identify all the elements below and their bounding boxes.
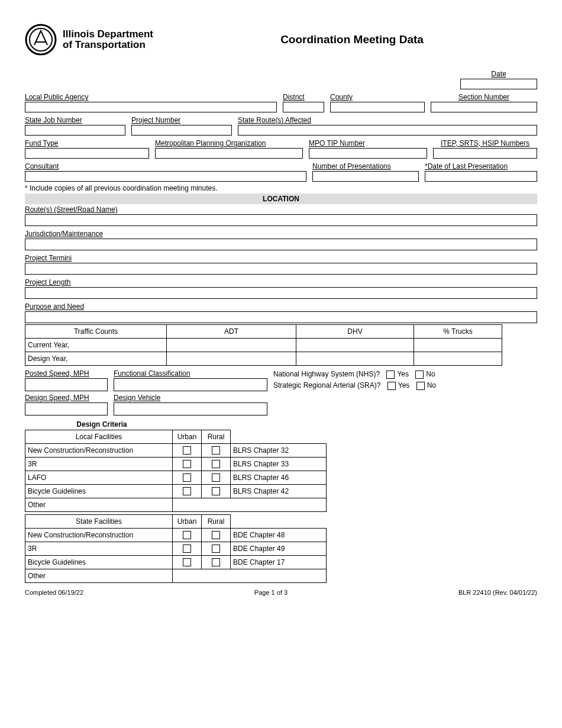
current-trucks-input[interactable]	[414, 339, 502, 352]
jurisdiction-label: Jurisdiction/Maintenance	[25, 230, 537, 239]
local-lafo-rural-checkbox[interactable]	[212, 473, 220, 482]
table-row: Bicycle Guidelines BLRS Chapter 42	[25, 485, 327, 498]
state-bike-urban-checkbox[interactable]	[183, 558, 191, 566]
fund-type-input[interactable]	[25, 148, 149, 159]
district-input[interactable]	[283, 102, 324, 112]
routes-affected-input[interactable]	[238, 125, 537, 136]
routes-input[interactable]	[25, 214, 537, 226]
local-3r-rural-checkbox[interactable]	[212, 460, 220, 468]
local-row-name: 3R	[25, 458, 173, 471]
table-row: Other	[25, 498, 327, 512]
local-row-ref: BLRS Chapter 32	[231, 444, 327, 458]
purpose-input[interactable]	[25, 311, 537, 323]
footnote: * Include copies of all previous coordin…	[25, 184, 537, 192]
state-3r-urban-checkbox[interactable]	[183, 545, 191, 553]
local-row-name: Other	[25, 498, 173, 512]
state-rural-header: Rural	[202, 515, 231, 529]
jurisdiction-input[interactable]	[25, 239, 537, 250]
sra-yes-checkbox[interactable]	[387, 382, 396, 390]
local-title: Local Facilities	[25, 430, 173, 444]
length-input[interactable]	[25, 287, 537, 299]
fund-type-label: Fund Type	[25, 139, 149, 148]
itep-label: ITEP, SRTS, HSIP Numbers	[433, 139, 537, 148]
county-label: County	[330, 93, 425, 102]
logo-line-2: of Transportation	[63, 40, 153, 50]
traffic-col2: DHV	[296, 325, 414, 339]
state-nc-urban-checkbox[interactable]	[183, 531, 191, 539]
design-dhv-input[interactable]	[296, 352, 414, 366]
design-speed-label: Design Speed, MPH	[25, 394, 108, 402]
sra-label: Strategic Regional Arterial (SRA)?	[273, 381, 380, 389]
design-trucks-input[interactable]	[414, 352, 502, 366]
svg-point-0	[26, 25, 56, 54]
state-row-name: Other	[25, 569, 173, 583]
current-adt-input[interactable]	[167, 339, 296, 352]
last-presentation-label: *Date of Last Presentation	[425, 162, 537, 171]
table-row: Bicycle Guidelines BDE Chapter 17	[25, 556, 327, 569]
termini-input[interactable]	[25, 263, 537, 275]
posted-speed-input[interactable]	[25, 378, 108, 391]
local-row-ref: BLRS Chapter 46	[231, 471, 327, 485]
design-vehicle-label: Design Vehicle	[114, 394, 267, 402]
last-presentation-input[interactable]	[425, 171, 537, 182]
state-row-ref: BDE Chapter 48	[231, 529, 327, 542]
state-other-input[interactable]	[173, 569, 327, 583]
section-input[interactable]	[431, 102, 537, 112]
design-speed-input[interactable]	[25, 402, 108, 415]
itep-input[interactable]	[433, 148, 537, 159]
local-bike-rural-checkbox[interactable]	[212, 487, 220, 495]
consultant-label: Consultant	[25, 162, 306, 171]
consultant-input[interactable]	[25, 171, 306, 182]
nhs-label: National Highway System (NHS)?	[273, 370, 380, 378]
num-presentations-input[interactable]	[312, 171, 419, 182]
lpa-input[interactable]	[25, 102, 277, 112]
state-bike-rural-checkbox[interactable]	[212, 558, 220, 566]
state-3r-rural-checkbox[interactable]	[212, 545, 220, 553]
no-label: No	[427, 381, 436, 389]
footer-rev: BLR 22410 (Rev. 04/01/22)	[458, 589, 537, 596]
local-rural-header: Rural	[202, 430, 231, 444]
design-vehicle-input[interactable]	[114, 402, 267, 415]
nhs-row: National Highway System (NHS)? Yes No	[273, 370, 537, 379]
state-nc-rural-checkbox[interactable]	[212, 531, 220, 539]
local-row-ref: BLRS Chapter 33	[231, 458, 327, 471]
design-criteria-heading: Design Criteria	[25, 420, 179, 429]
idot-logo-icon	[25, 24, 57, 56]
num-presentations-label: Number of Presentations	[312, 162, 419, 171]
local-urban-header: Urban	[173, 430, 202, 444]
state-job-label: State Job Number	[25, 116, 125, 125]
traffic-col0: Traffic Counts	[25, 325, 167, 339]
mpo-tip-input[interactable]	[309, 148, 427, 159]
mpo-label: Metropolitan Planning Organization	[155, 139, 303, 148]
logo-line-1: Illinois Department	[63, 29, 153, 40]
footer-completed: Completed 06/19/22	[25, 589, 83, 596]
routes-label: Route(s) (Street/Road Name)	[25, 205, 537, 214]
table-row: New Construction/Reconstruction BLRS Cha…	[25, 444, 327, 458]
sra-no-checkbox[interactable]	[416, 382, 425, 390]
nhs-no-checkbox[interactable]	[415, 371, 424, 379]
local-other-input[interactable]	[173, 498, 327, 512]
sra-row: Strategic Regional Arterial (SRA)? Yes N…	[273, 381, 537, 390]
local-lafo-urban-checkbox[interactable]	[183, 473, 191, 482]
design-adt-input[interactable]	[167, 352, 296, 366]
local-bike-urban-checkbox[interactable]	[183, 487, 191, 495]
state-facilities-table: State Facilities Urban Rural New Constru…	[25, 514, 327, 583]
nhs-yes-checkbox[interactable]	[386, 371, 395, 379]
local-nc-urban-checkbox[interactable]	[183, 446, 191, 455]
county-input[interactable]	[330, 102, 425, 112]
local-nc-rural-checkbox[interactable]	[212, 446, 220, 455]
mpo-input[interactable]	[155, 148, 303, 159]
project-number-input[interactable]	[131, 125, 232, 136]
table-row: New Construction/Reconstruction BDE Chap…	[25, 529, 327, 542]
local-facilities-table: Local Facilities Urban Rural New Constru…	[25, 430, 327, 512]
state-job-input[interactable]	[25, 125, 125, 136]
traffic-col3: % Trucks	[414, 325, 502, 339]
logo-block: Illinois Department of Transportation	[25, 24, 214, 56]
traffic-row2-label: Design Year,	[25, 352, 167, 366]
date-input[interactable]	[460, 79, 537, 89]
current-dhv-input[interactable]	[296, 339, 414, 352]
traffic-col1: ADT	[167, 325, 296, 339]
posted-speed-label: Posted Speed, MPH	[25, 369, 108, 378]
local-3r-urban-checkbox[interactable]	[183, 460, 191, 468]
functional-class-input[interactable]	[114, 378, 267, 391]
